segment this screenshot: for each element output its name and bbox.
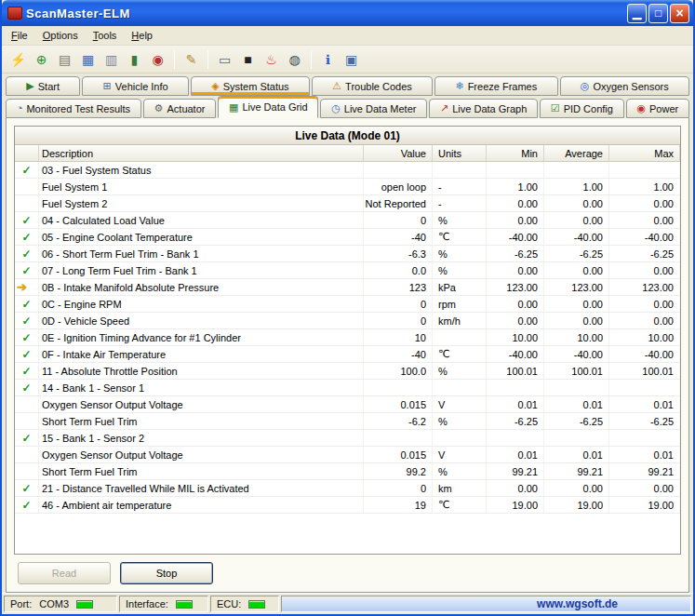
- table-row[interactable]: ✓0C - Engine RPM0rpm0.000.000.00: [15, 296, 680, 313]
- pid-description: Fuel System 1: [39, 179, 364, 194]
- menu-item-file[interactable]: File: [4, 28, 35, 43]
- tab-freeze-frames[interactable]: ❄Freeze Frames: [434, 76, 557, 96]
- website-link[interactable]: www.wgsoft.de: [537, 597, 618, 610]
- supported-check-icon: ✓: [15, 380, 39, 395]
- pid-min: -40.00: [487, 346, 544, 362]
- pid-max: 0.01: [609, 396, 680, 412]
- info-icon: ℹ: [326, 52, 330, 67]
- stop-button[interactable]: Stop: [120, 562, 213, 584]
- pid-units: %: [433, 363, 487, 379]
- ecu-status-panel: ECU:: [210, 596, 279, 612]
- table-row[interactable]: Fuel System 1open loop-1.001.001.00: [15, 179, 680, 195]
- toolbar-globe-button[interactable]: ◍: [284, 48, 305, 70]
- menu-item-tools[interactable]: Tools: [86, 28, 125, 43]
- toolbar-thermometer-button[interactable]: ♨: [261, 48, 282, 70]
- toolbar-terminal-button[interactable]: ▭: [214, 48, 235, 70]
- tab-label: Freeze Frames: [468, 81, 538, 92]
- tab-live-data-graph[interactable]: ↗Live Data Graph: [429, 99, 538, 118]
- column-max[interactable]: Max: [609, 145, 680, 161]
- tab-start[interactable]: ▶Start: [6, 76, 80, 96]
- toolbar-web-update-button[interactable]: ⊕: [31, 48, 52, 70]
- column-min[interactable]: Min: [487, 145, 544, 161]
- tab-label: Actuator: [167, 103, 205, 114]
- close-button[interactable]: ×: [670, 4, 689, 23]
- table-row[interactable]: ✓0F - Intake Air Temperature-40℃-40.00-4…: [15, 346, 680, 363]
- tab-label: Live Data Meter: [344, 103, 417, 114]
- menu-item-help[interactable]: Help: [124, 28, 160, 43]
- table-row[interactable]: Oxygen Sensor Output Voltage0.015V0.010.…: [15, 447, 680, 463]
- column-units[interactable]: Units: [433, 145, 487, 161]
- pid-description: 07 - Long Term Fuel Trim - Bank 1: [39, 262, 364, 278]
- toolbar-gauge-button[interactable]: ◉: [147, 48, 168, 70]
- pid-max: 1.00: [609, 179, 680, 194]
- table-header: Description Value Units Min Average Max: [15, 145, 680, 162]
- tab-pid-config[interactable]: ☑PID Config: [540, 99, 624, 118]
- table-row[interactable]: ✓46 - Ambient air temperature19℃19.0019.…: [15, 497, 680, 514]
- tab-vehicle-info[interactable]: ⊞Vehicle Info: [82, 76, 189, 96]
- tab-power[interactable]: ◉Power: [626, 99, 689, 118]
- pid-max: 99.21: [609, 463, 680, 479]
- supported-check-icon: ✓: [15, 229, 39, 245]
- supported-check-icon: ✓: [15, 296, 39, 312]
- supported-check-icon: ✓: [15, 212, 39, 228]
- toolbar-save-button[interactable]: ✎: [180, 48, 202, 70]
- power-icon: ◉: [636, 103, 646, 114]
- column-average[interactable]: Average: [544, 145, 609, 161]
- pid-value: -40: [364, 229, 433, 245]
- table-row[interactable]: ✓07 - Long Term Fuel Trim - Bank 10.0%0.…: [15, 262, 680, 279]
- toolbar-screen-button[interactable]: ■: [237, 48, 259, 70]
- interface-led: [176, 600, 193, 609]
- tab-actuator[interactable]: ⚙Actuator: [143, 99, 216, 118]
- toolbar-info-button[interactable]: ℹ: [317, 48, 339, 70]
- read-button[interactable]: Read: [18, 562, 111, 584]
- tab-monitored-test-results[interactable]: ◔Monitored Test Results: [6, 99, 141, 118]
- table-row[interactable]: Short Term Fuel Trim99.2%99.2199.2199.21: [15, 463, 680, 480]
- table-row[interactable]: Short Term Fuel Trim-6.2%-6.25-6.25-6.25: [15, 413, 680, 430]
- tab-live-data-grid[interactable]: ▦Live Data Grid: [218, 96, 318, 118]
- pid-value: 0: [364, 480, 433, 496]
- pid-average: 1.00: [544, 179, 609, 194]
- interface-label: Interface:: [126, 598, 168, 609]
- app-icon: [7, 7, 22, 20]
- table-row[interactable]: Oxygen Sensor Output Voltage0.015V0.010.…: [15, 396, 680, 413]
- toolbar-pid-window-button[interactable]: ▣: [341, 48, 362, 70]
- tab-live-data-meter[interactable]: ◷Live Data Meter: [320, 99, 427, 118]
- table-row[interactable]: ✓06 - Short Term Fuel Trim - Bank 1-6.3%…: [15, 246, 680, 262]
- toolbar-battery-button[interactable]: ▮: [124, 48, 145, 70]
- pid-units: kPa: [433, 279, 487, 295]
- table-row[interactable]: ✓21 - Distance Travelled While MIL is Ac…: [15, 480, 680, 497]
- table-row[interactable]: ✓0D - Vehicle Speed0km/h0.000.000.00: [15, 313, 680, 329]
- table-row[interactable]: Fuel System 2Not Reported-0.000.000.00: [15, 195, 680, 212]
- column-value[interactable]: Value: [364, 145, 433, 161]
- pid-min: [487, 380, 544, 395]
- table-row[interactable]: ➔0B - Intake Manifold Absolute Pressure1…: [15, 279, 680, 296]
- pid-min: 0.01: [487, 447, 544, 462]
- column-description[interactable]: Description: [39, 145, 364, 161]
- tab-system-status[interactable]: ◈System Status: [191, 76, 310, 96]
- tab-oxygen-sensors[interactable]: ◎Oxygen Sensors: [560, 76, 690, 96]
- save-icon: ✎: [186, 52, 197, 67]
- toolbar-log-file-button[interactable]: ▤: [54, 48, 75, 70]
- minimize-button[interactable]: ▁: [627, 4, 647, 23]
- pid-average: [544, 430, 609, 446]
- status-spacer: [15, 195, 39, 211]
- toolbar-data-table-button[interactable]: ▦: [77, 48, 99, 70]
- toolbar-report-button[interactable]: ▥: [100, 48, 122, 70]
- web-update-icon: ⊕: [36, 52, 47, 67]
- gauge-icon: ◉: [152, 52, 163, 67]
- pid-min: 123.00: [487, 279, 544, 295]
- table-row[interactable]: ✓03 - Fuel System Status: [15, 162, 680, 179]
- toolbar-connect-button[interactable]: ⚡: [7, 48, 29, 70]
- table-row[interactable]: ✓04 - Calculated Load Value0%0.000.000.0…: [15, 212, 680, 229]
- pid-description: 03 - Fuel System Status: [39, 162, 364, 178]
- tab-trouble-codes[interactable]: ⚠Trouble Codes: [312, 76, 433, 96]
- table-row[interactable]: ✓0E - Ignition Timing Advance for #1 Cyl…: [15, 329, 680, 346]
- table-row[interactable]: ✓14 - Bank 1 - Sensor 1: [15, 380, 680, 396]
- table-row[interactable]: ✓15 - Bank 1 - Sensor 2: [15, 430, 680, 447]
- table-row[interactable]: ✓11 - Absolute Throttle Position100.0%10…: [15, 363, 680, 380]
- tab-label: Trouble Codes: [345, 81, 412, 92]
- table-row[interactable]: ✓05 - Engine Coolant Temperature-40℃-40.…: [15, 229, 680, 246]
- pid-value: 19: [364, 497, 433, 513]
- maximize-button[interactable]: □: [648, 4, 668, 23]
- menu-item-options[interactable]: Options: [35, 28, 86, 43]
